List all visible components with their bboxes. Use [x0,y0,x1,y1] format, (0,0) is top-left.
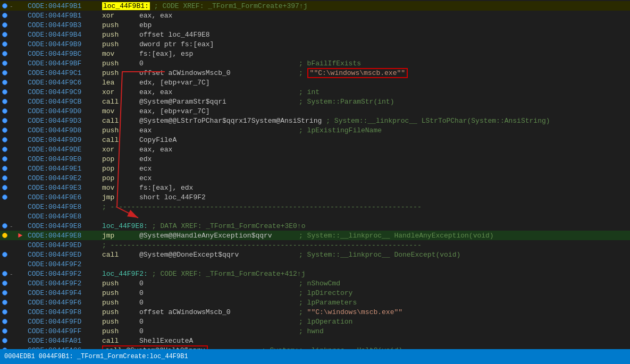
breakpoint-dot[interactable] [2,328,7,334]
code-operands: short loc_44F9F2 [139,193,299,201]
table-row[interactable]: CODE:0044F9F4push0; lpDirectory [0,288,630,298]
table-row[interactable]: CODE:0044F9F8pushoffset aCWindowsMscb_0;… [0,307,630,317]
table-row[interactable]: CODE:0044F9E6jmpshort loc_44F9F2 [0,192,630,202]
breakpoint-dot[interactable] [2,147,7,152]
breakpoint-dot[interactable] [2,80,7,85]
breakpoint-dot[interactable] [2,166,7,171]
table-row[interactable]: -CODE:0044F9F2loc_44F9F2:; CODE XREF: _T… [0,269,630,278]
table-row[interactable]: CODE:0044F9C9xoreax, eax; int [0,87,630,97]
breakpoint-dot[interactable] [2,319,7,324]
table-row[interactable]: CODE:0044F9CBcall@System@ParamStr$qqri; … [0,97,630,106]
table-row[interactable]: ►CODE:0044F9E8jmp@System@@HandleAnyExcep… [0,231,630,240]
breakpoint-dot[interactable] [2,137,7,142]
breakpoint-dot[interactable] [2,108,7,114]
code-operands: eax, eax [139,146,299,154]
table-row[interactable]: CODE:0044F9F2push0; nShowCmd [0,278,630,288]
table-row[interactable]: CODE:0044F9E1popecx [0,164,630,173]
code-comment: ; hwnd [299,327,324,335]
table-row[interactable]: CODE:0044F9C6leaedx, [ebp+var_7C] [0,78,630,87]
table-row[interactable]: CODE:0044F9D9callCopyFileA [0,135,630,145]
code-operands: eax, eax [139,12,299,20]
breakpoint-dot[interactable] [2,89,7,95]
code-operands: offset aCWindowsMscb_0 [139,308,299,316]
table-row[interactable]: CODE:0044F9F6push0; lpParameters [0,298,630,307]
breakpoint-dot[interactable] [2,290,7,295]
table-row[interactable]: -CODE:0044F9B1loc_44F9B1:; CODE XREF: _T… [0,1,630,11]
breakpoint-dot[interactable] [2,51,7,56]
table-row[interactable]: CODE:0044F9E2popecx [0,173,630,183]
breakpoint-dot[interactable] [2,338,7,343]
breakpoint-dot[interactable] [2,70,7,75]
table-row[interactable]: CODE:0044F9FFpush0; hwnd [0,326,630,336]
code-address: CODE:0044F9FD [28,318,102,326]
table-row[interactable]: CODE:0044F9E0popedx [0,154,630,164]
table-row[interactable]: CODE:0044F9BFpush0; bFailIfExists [0,58,630,68]
table-row[interactable]: CODE:0044F9E8 [0,211,630,221]
table-row[interactable]: CODE:0044F9FDpush0; lpOperation [0,317,630,326]
collapse-col[interactable]: - [10,270,18,278]
table-row[interactable]: CODE:0044F9D0moveax, [ebp+var_7C] [0,106,630,116]
breakpoint-dot[interactable] [2,223,7,228]
table-row[interactable]: CODE:0044F9E8; -------------------------… [0,202,630,211]
table-row[interactable]: CODE:0044F9D8pusheax; lpExistingFileName [0,125,630,135]
current-arrow: ► [18,231,28,240]
code-comment: ; System::__linkproc__ LStrToPChar(Syste… [326,117,550,125]
breakpoint-dot[interactable] [2,118,7,123]
breakpoint-dot[interactable] [2,271,7,276]
breakpoint-dot[interactable] [2,194,7,200]
table-row[interactable]: CODE:0044FA01callShellExecuteA [0,336,630,345]
table-row[interactable]: CODE:0044F9B1xoreax, eax [0,11,630,20]
breakpoint-col [0,118,10,123]
code-mnemonic: xor [102,12,139,20]
breakpoint-dot[interactable] [2,233,7,238]
breakpoint-col [0,89,10,95]
breakpoint-col [0,309,10,315]
breakpoint-dot[interactable] [2,252,7,257]
table-row[interactable]: CODE:0044F9ED; -------------------------… [0,240,630,250]
table-row[interactable]: CODE:0044F9BCmovfs:[eax], esp [0,49,630,58]
breakpoint-dot[interactable] [2,13,7,18]
table-row[interactable]: CODE:0044F9EDcall@System@@DoneExcept$qqr… [0,250,630,259]
breakpoint-dot[interactable] [2,281,7,286]
code-address: CODE:0044F9E2 [28,174,102,182]
breakpoint-dot[interactable] [2,41,7,47]
breakpoint-dot[interactable] [2,185,7,190]
code-view[interactable]: -CODE:0044F9B1loc_44F9B1:; CODE XREF: _T… [0,0,630,349]
code-operands: 0 [139,327,299,335]
separator-comment: ; --------------------------------------… [102,241,422,249]
collapse-col[interactable]: - [10,222,18,230]
collapse-col[interactable]: - [10,2,18,10]
code-operands: @System@ParamStr$qqri [139,98,299,106]
table-row[interactable]: CODE:0044F9D3call@System@@LStrToPChar$qq… [0,116,630,125]
table-row[interactable]: CODE:0044FA06call@System@@Halt0$qqrv; Sy… [0,345,630,349]
table-row[interactable]: CODE:0044F9DExoreax, eax [0,145,630,154]
table-row[interactable]: CODE:0044F9B9pushdword ptr fs:[eax] [0,39,630,49]
breakpoint-dot[interactable] [2,3,7,9]
breakpoint-dot[interactable] [2,61,7,66]
breakpoint-col [0,147,10,152]
breakpoint-dot[interactable] [2,175,7,181]
code-operands: offset loc_44F9E8 [139,31,299,39]
table-row[interactable]: CODE:0044F9F2 [0,259,630,269]
table-row[interactable]: CODE:0044F9C1pushoffset aCWindowsMscb_0;… [0,68,630,78]
code-mnemonic: push [102,299,139,307]
code-address: CODE:0044F9B9 [28,40,102,48]
breakpoint-dot[interactable] [2,309,7,315]
breakpoint-dot[interactable] [2,300,7,305]
code-operands: ebp [139,21,299,29]
breakpoint-dot[interactable] [2,128,7,133]
code-address: CODE:0044F9F6 [28,299,102,307]
code-comment: ; lpOperation [299,318,352,326]
breakpoint-dot[interactable] [2,99,7,104]
breakpoint-col [0,290,10,295]
breakpoint-dot[interactable] [2,22,7,28]
code-mnemonic: push [102,289,139,297]
table-row[interactable]: -CODE:0044F9E8loc_44F9E8:; DATA XREF: _T… [0,221,630,231]
table-row[interactable]: CODE:0044F9B4pushoffset loc_44F9E8 [0,30,630,39]
breakpoint-col [0,300,10,305]
breakpoint-dot[interactable] [2,348,7,349]
table-row[interactable]: CODE:0044F9B3pushebp [0,20,630,30]
breakpoint-dot[interactable] [2,32,7,37]
breakpoint-dot[interactable] [2,156,7,162]
table-row[interactable]: CODE:0044F9E3movfs:[eax], edx [0,183,630,192]
